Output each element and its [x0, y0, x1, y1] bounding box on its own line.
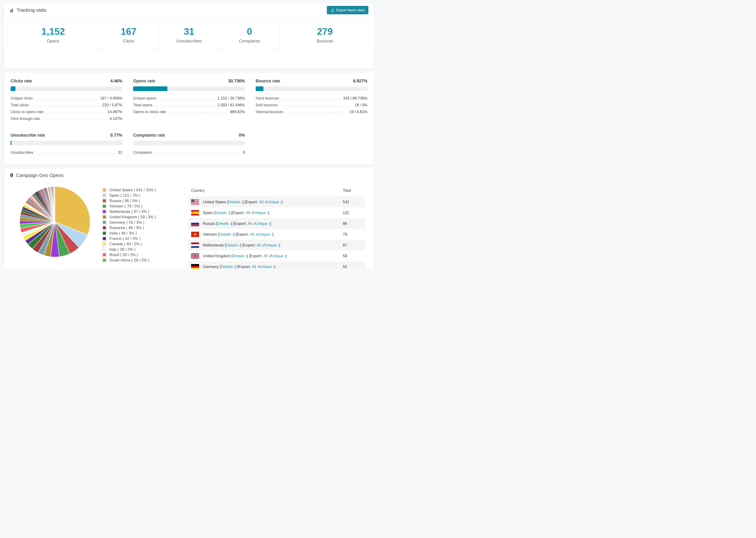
bracket: ] [: [231, 221, 234, 226]
legend-item: Vietnam ( 79 / 5% ): [102, 204, 156, 208]
legend-item: India ( 46 / 3% ): [102, 231, 156, 236]
dotted-leader: [45, 113, 106, 113]
legend-label: France ( 42 / 2% ): [109, 237, 140, 241]
legend-item: Netherlands ( 67 / 4% ): [102, 209, 156, 214]
bracket: ] [: [229, 211, 233, 215]
details-link[interactable]: Details ›: [228, 200, 243, 204]
geo-table-row-us: United States [Details ›] [Export: All ›…: [188, 196, 365, 207]
total-value: 67: [343, 243, 365, 247]
export-all-link[interactable]: All ›: [263, 254, 270, 258]
legend-label: Russia ( 86 / 5% ): [109, 198, 140, 203]
detail-label: Unsubscribes: [11, 150, 33, 155]
details-link[interactable]: Details ›: [233, 254, 247, 258]
export-unique-link[interactable]: Unique ›: [259, 265, 274, 269]
geo-chart-area: United States ( 541 / 31% )Spain ( 121 /…: [4, 185, 188, 269]
export-button-label: Export basic stats: [336, 8, 365, 12]
bracket: ]: [270, 221, 271, 226]
legend-label: Netherlands ( 67 / 4% ): [109, 209, 149, 214]
legend-swatch: [102, 209, 107, 214]
legend-label: South Africa ( 29 / 2% ): [109, 258, 149, 262]
export-icon: [330, 8, 334, 12]
export-unique-link[interactable]: Unique ›: [264, 243, 279, 247]
export-unique-link[interactable]: Unique ›: [271, 254, 286, 258]
export-unique-link[interactable]: Unique ›: [258, 232, 272, 237]
details-link[interactable]: Details ›: [219, 232, 233, 237]
country-name: United States: [203, 200, 226, 204]
detail-label: Unique clicks: [11, 96, 33, 100]
bracket: [: [224, 243, 226, 247]
bracket: ]: [272, 232, 274, 237]
total-value: 55: [343, 265, 365, 269]
tracking-stats-card: Tracking stats Export basic stats 1,152O…: [4, 3, 374, 69]
rate-value: 4.46%: [110, 79, 122, 83]
flag-es-icon: [191, 210, 199, 215]
details-link[interactable]: Details ›: [215, 211, 229, 215]
bracket: ]: [282, 200, 283, 204]
export-all-link[interactable]: All ›: [252, 265, 258, 269]
detail-row: Unsubscribes31: [11, 150, 122, 157]
detail-label: Clicks to opens rate: [11, 110, 44, 114]
details-link[interactable]: Details ›: [226, 243, 240, 247]
rate-title: Unsubscribe rate: [11, 133, 45, 138]
bracket: [: [215, 221, 217, 226]
detail-row: Click through rate4.147%: [11, 117, 122, 124]
stat-value: 31: [184, 27, 194, 36]
details-link[interactable]: Details ›: [217, 221, 231, 226]
export-unique-link[interactable]: Unique ›: [253, 211, 268, 215]
geo-table-row-de: Germany [Details ›] [Export: All › / Uni…: [188, 261, 365, 269]
detail-label: Opens to clicks rate: [133, 110, 166, 114]
detail-label: Unique opens: [133, 96, 156, 100]
stat-label: Complaints: [239, 39, 260, 44]
detail-label: Soft bounces: [256, 103, 278, 107]
export-unique-link[interactable]: Unique ›: [267, 200, 281, 204]
stat-bounces: 279Bounces: [279, 21, 370, 50]
detail-value: 1,152 / 30.736%: [217, 96, 245, 100]
bracket: [: [226, 200, 228, 204]
export-all-link[interactable]: All ›: [257, 243, 263, 247]
country-cell: United Kingdom [Details ›] [Export: All …: [188, 253, 343, 259]
tracking-stats-header: Tracking stats Export basic stats: [4, 3, 374, 17]
legend-swatch: [102, 204, 107, 208]
legend-label: Spain ( 121 / 7% ): [109, 193, 140, 198]
legend-item: South Africa ( 29 / 2% ): [102, 258, 156, 262]
export-all-link[interactable]: All ›: [259, 200, 266, 204]
legend-label: United Kingdom ( 59 / 3% ): [109, 215, 156, 219]
details-link[interactable]: Details ›: [221, 265, 235, 269]
flag-nl-icon: [191, 242, 199, 248]
detail-row: Unique opens1,152 / 30.736%: [133, 96, 245, 103]
detail-value: 242 / 86.738%: [343, 96, 367, 100]
dotted-leader: [285, 113, 348, 113]
bracket: ] [: [233, 232, 237, 237]
export-all-link[interactable]: All ›: [248, 221, 254, 226]
rate-value: 6.927%: [353, 79, 367, 83]
geo-table-row-nl: Netherlands [Details ›] [Export: All › /…: [188, 240, 365, 250]
export-unique-link[interactable]: Unique ›: [255, 221, 270, 226]
legend-label: Brazil ( 33 / 2% ): [109, 252, 138, 257]
detail-value: 2,303 / 61.446%: [217, 103, 245, 107]
opens-rate-section: Opens rate30.736%Unique opens1,152 / 30.…: [133, 79, 245, 124]
geo-opens-card: Campaign Geo Opens United States ( 541 /…: [4, 168, 374, 269]
legend-label: Italy ( 36 / 2% ): [109, 247, 135, 252]
total-value: 59: [343, 254, 365, 258]
bracket: [: [230, 254, 233, 258]
bracket: ]: [279, 243, 280, 247]
legend-swatch: [102, 231, 107, 236]
total-value: 79: [343, 232, 365, 237]
detail-row: Total opens2,303 / 61.446%: [133, 103, 245, 110]
country-cell: United States [Details ›] [Export: All ›…: [188, 199, 343, 205]
legend-swatch: [102, 215, 107, 219]
bracket: ]: [274, 265, 275, 269]
country-name: United Kingdom: [203, 254, 230, 258]
stat-opens: 1,152Opens: [8, 21, 98, 50]
detail-label: Hard bounces: [256, 96, 279, 100]
legend-item: Germany ( 55 / 3% ): [102, 220, 156, 225]
export-all-link[interactable]: All ›: [250, 232, 257, 237]
detail-row: Complaints0: [133, 150, 245, 157]
export-all-link[interactable]: All ›: [246, 211, 252, 215]
flag-ru-icon: [191, 221, 199, 226]
legend-item: Spain ( 121 / 7% ): [102, 193, 156, 198]
stat-unsubscribes: 31Unsubscribes: [159, 21, 219, 50]
legend-label: Canada ( 40 / 2% ): [109, 242, 142, 246]
export-basic-stats-button[interactable]: Export basic stats: [327, 6, 368, 14]
bracket: ] [: [235, 265, 239, 269]
